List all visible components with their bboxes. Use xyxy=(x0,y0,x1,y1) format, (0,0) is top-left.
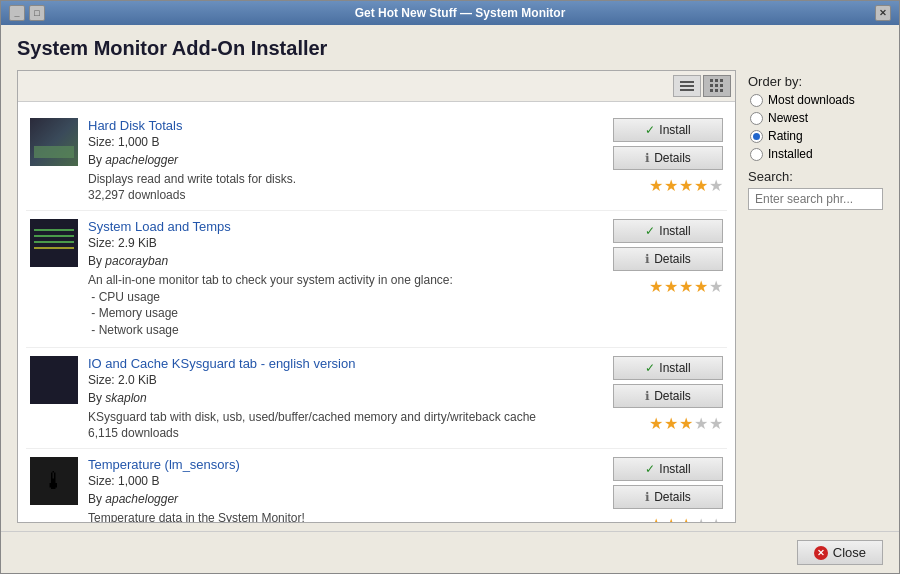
item-actions: ✓ Install ℹ Details ★ ★ ★ ★ xyxy=(613,118,723,195)
star-3: ★ xyxy=(679,414,693,433)
star-3: ★ xyxy=(679,515,693,522)
info-icon: ℹ xyxy=(645,151,650,165)
item-title-io-cache[interactable]: IO and Cache KSysguard tab - english ver… xyxy=(88,356,355,371)
details-button[interactable]: ℹ Details xyxy=(613,146,723,170)
radio-most-downloads[interactable]: Most downloads xyxy=(750,93,883,107)
star-4: ★ xyxy=(694,176,708,195)
star-rating: ★ ★ ★ ★ ★ xyxy=(649,277,723,296)
item-author: By skaplon xyxy=(88,389,603,407)
close-button[interactable]: ✕ Close xyxy=(797,540,883,565)
star-1: ★ xyxy=(649,414,663,433)
item-info: IO and Cache KSysguard tab - english ver… xyxy=(88,356,603,440)
list-item: Temperature (lm_sensors) Size: 1,000 B B… xyxy=(26,449,727,522)
item-author: By apachelogger xyxy=(88,490,603,508)
item-size: Size: 2.0 KiB xyxy=(88,371,603,389)
check-icon: ✓ xyxy=(645,224,655,238)
list-view-button[interactable] xyxy=(673,75,701,97)
star-3: ★ xyxy=(679,277,693,296)
grid-view-button[interactable] xyxy=(703,75,731,97)
maximize-button[interactable]: □ xyxy=(29,5,45,21)
star-rating: ★ ★ ★ ★ ★ xyxy=(649,515,723,522)
item-actions: ✓ Install ℹ Details ★ ★ ★ ★ xyxy=(613,219,723,296)
star-1: ★ xyxy=(649,277,663,296)
item-description: Displays read and write totals for disks… xyxy=(88,171,603,188)
view-controls xyxy=(18,71,735,102)
star-4: ★ xyxy=(694,414,708,433)
info-icon: ℹ xyxy=(645,252,650,266)
item-title-hard-disk[interactable]: Hard Disk Totals xyxy=(88,118,182,133)
item-description: Temperature data in the System Monitor! … xyxy=(88,510,603,522)
item-author: By apachelogger xyxy=(88,151,603,169)
radio-newest-input[interactable] xyxy=(750,112,763,125)
list-item: IO and Cache KSysguard tab - english ver… xyxy=(26,348,727,449)
close-titlebar-button[interactable]: ✕ xyxy=(875,5,891,21)
radio-rating-input[interactable] xyxy=(750,130,763,143)
titlebar-right-controls: ✕ xyxy=(875,5,891,21)
item-actions: ✓ Install ℹ Details ★ ★ ★ ★ xyxy=(613,356,723,433)
info-icon: ℹ xyxy=(645,490,650,504)
item-actions: ✓ Install ℹ Details ★ ★ ★ ★ xyxy=(613,457,723,522)
bottom-bar: ✕ Close xyxy=(1,531,899,573)
star-1: ★ xyxy=(649,515,663,522)
search-label: Search: xyxy=(748,169,883,184)
check-icon: ✓ xyxy=(645,361,655,375)
item-description: An all-in-one monitor tab to check your … xyxy=(88,272,603,339)
close-icon: ✕ xyxy=(814,546,828,560)
radio-rating[interactable]: Rating xyxy=(750,129,883,143)
info-icon: ℹ xyxy=(645,389,650,403)
check-icon: ✓ xyxy=(645,462,655,476)
item-author: By pacorayban xyxy=(88,252,603,270)
item-thumbnail-io xyxy=(30,356,78,404)
star-1: ★ xyxy=(649,176,663,195)
radio-newest[interactable]: Newest xyxy=(750,111,883,125)
items-list: Hard Disk Totals Size: 1,000 B By apache… xyxy=(18,102,735,522)
item-title-temperature[interactable]: Temperature (lm_sensors) xyxy=(88,457,240,472)
star-3: ★ xyxy=(679,176,693,195)
search-input[interactable] xyxy=(748,188,883,210)
install-button[interactable]: ✓ Install xyxy=(613,219,723,243)
item-thumbnail-disk xyxy=(30,118,78,166)
order-radio-group: Most downloads Newest Rating Instal xyxy=(750,93,883,161)
item-thumbnail-load xyxy=(30,219,78,267)
star-4: ★ xyxy=(694,515,708,522)
star-4: ★ xyxy=(694,277,708,296)
titlebar-left-controls: _ □ xyxy=(9,5,45,21)
install-button[interactable]: ✓ Install xyxy=(613,118,723,142)
page-title: System Monitor Add-On Installer xyxy=(17,37,883,60)
radio-installed-input[interactable] xyxy=(750,148,763,161)
grid-view-icon xyxy=(710,79,724,93)
details-button[interactable]: ℹ Details xyxy=(613,247,723,271)
star-5: ★ xyxy=(709,414,723,433)
list-item: System Load and Temps Size: 2.9 KiB By p… xyxy=(26,211,727,348)
star-2: ★ xyxy=(664,515,678,522)
item-downloads: 32,297 downloads xyxy=(88,188,603,202)
radio-most-downloads-input[interactable] xyxy=(750,94,763,107)
item-info: Temperature (lm_sensors) Size: 1,000 B B… xyxy=(88,457,603,522)
install-button[interactable]: ✓ Install xyxy=(613,457,723,481)
item-thumbnail-temp xyxy=(30,457,78,505)
order-by-label: Order by: xyxy=(748,74,883,89)
item-downloads: 6,115 downloads xyxy=(88,426,603,440)
main-window: _ □ Get Hot New Stuff — System Monitor ✕… xyxy=(0,0,900,574)
check-icon: ✓ xyxy=(645,123,655,137)
details-button[interactable]: ℹ Details xyxy=(613,384,723,408)
star-5: ★ xyxy=(709,176,723,195)
star-5: ★ xyxy=(709,277,723,296)
main-area: Hard Disk Totals Size: 1,000 B By apache… xyxy=(17,70,883,523)
details-button[interactable]: ℹ Details xyxy=(613,485,723,509)
install-button[interactable]: ✓ Install xyxy=(613,356,723,380)
minimize-button[interactable]: _ xyxy=(9,5,25,21)
content-area: Hard Disk Totals Size: 1,000 B By apache… xyxy=(17,70,736,523)
star-2: ★ xyxy=(664,414,678,433)
item-title-system-load[interactable]: System Load and Temps xyxy=(88,219,231,234)
search-section: Search: xyxy=(748,169,883,210)
window-content: System Monitor Add-On Installer xyxy=(1,25,899,531)
star-2: ★ xyxy=(664,277,678,296)
sidebar: Order by: Most downloads Newest Ratin xyxy=(748,70,883,523)
star-rating: ★ ★ ★ ★ ★ xyxy=(649,176,723,195)
item-size: Size: 2.9 KiB xyxy=(88,234,603,252)
item-size: Size: 1,000 B xyxy=(88,133,603,151)
item-info: Hard Disk Totals Size: 1,000 B By apache… xyxy=(88,118,603,202)
radio-installed[interactable]: Installed xyxy=(750,147,883,161)
item-size: Size: 1,000 B xyxy=(88,472,603,490)
